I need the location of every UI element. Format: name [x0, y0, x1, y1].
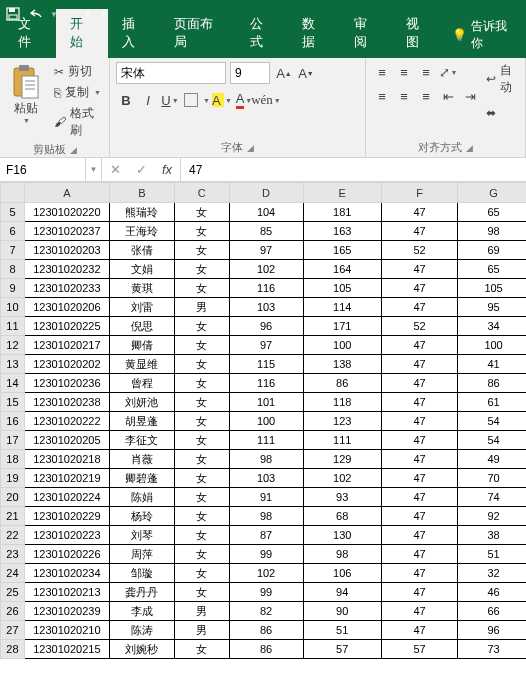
- row-header[interactable]: 8: [1, 260, 25, 279]
- cell[interactable]: 女: [175, 431, 229, 450]
- cell[interactable]: 138: [303, 355, 381, 374]
- row-header[interactable]: 9: [1, 279, 25, 298]
- cell[interactable]: 82: [229, 602, 303, 621]
- cell[interactable]: 41: [458, 355, 526, 374]
- cell[interactable]: 12301020229: [24, 507, 109, 526]
- tell-me-search[interactable]: 💡 告诉我你: [444, 12, 522, 58]
- cell[interactable]: 70: [458, 469, 526, 488]
- cell[interactable]: 118: [303, 393, 381, 412]
- cell[interactable]: 52: [381, 317, 457, 336]
- cell[interactable]: 103: [229, 469, 303, 488]
- cell[interactable]: 163: [303, 222, 381, 241]
- cell[interactable]: 115: [229, 355, 303, 374]
- cell[interactable]: 57: [303, 640, 381, 659]
- cell[interactable]: 张倩: [109, 241, 174, 260]
- select-all-corner[interactable]: [1, 183, 25, 203]
- cell[interactable]: 龚丹丹: [109, 583, 174, 602]
- cell[interactable]: 74: [458, 488, 526, 507]
- dropdown-icon[interactable]: ▼: [84, 10, 92, 19]
- align-top-button[interactable]: ≡: [372, 62, 392, 82]
- cell[interactable]: 130: [303, 526, 381, 545]
- row-header[interactable]: 16: [1, 412, 25, 431]
- cell[interactable]: 12301020226: [24, 545, 109, 564]
- cell[interactable]: 12301020205: [24, 431, 109, 450]
- tab-formulas[interactable]: 公式: [236, 9, 288, 58]
- row-header[interactable]: 21: [1, 507, 25, 526]
- cell[interactable]: 刘妍池: [109, 393, 174, 412]
- row-header[interactable]: 6: [1, 222, 25, 241]
- phonetic-button[interactable]: wén▼: [256, 90, 276, 110]
- cell[interactable]: 47: [381, 621, 457, 640]
- cell[interactable]: 102: [303, 469, 381, 488]
- cell[interactable]: 47: [381, 260, 457, 279]
- align-bottom-button[interactable]: ≡: [416, 62, 436, 82]
- cell[interactable]: 47: [381, 583, 457, 602]
- cell[interactable]: 47: [381, 450, 457, 469]
- cell[interactable]: 111: [303, 431, 381, 450]
- cell[interactable]: 49: [458, 450, 526, 469]
- col-header-c[interactable]: C: [175, 183, 229, 203]
- cell[interactable]: 105: [303, 279, 381, 298]
- cell[interactable]: 男: [175, 621, 229, 640]
- cell[interactable]: 57: [381, 640, 457, 659]
- row-header[interactable]: 25: [1, 583, 25, 602]
- tab-review[interactable]: 审阅: [340, 9, 392, 58]
- cell[interactable]: 47: [381, 298, 457, 317]
- cell[interactable]: 刘雷: [109, 298, 174, 317]
- cell[interactable]: 104: [229, 203, 303, 222]
- cell[interactable]: 66: [458, 602, 526, 621]
- cell[interactable]: 87: [229, 526, 303, 545]
- cell[interactable]: 12301020206: [24, 298, 109, 317]
- merge-button[interactable]: ⬌: [486, 106, 519, 120]
- cell[interactable]: 171: [303, 317, 381, 336]
- cell[interactable]: 王海玲: [109, 222, 174, 241]
- cell[interactable]: 106: [303, 564, 381, 583]
- cell[interactable]: 96: [458, 621, 526, 640]
- cell[interactable]: 102: [229, 260, 303, 279]
- cell[interactable]: 101: [229, 393, 303, 412]
- cell[interactable]: 47: [381, 336, 457, 355]
- underline-button[interactable]: U▼: [160, 90, 180, 110]
- cell[interactable]: 47: [381, 412, 457, 431]
- cell[interactable]: 卿碧蓬: [109, 469, 174, 488]
- row-header[interactable]: 13: [1, 355, 25, 374]
- cell[interactable]: 女: [175, 640, 229, 659]
- cell[interactable]: 12301020225: [24, 317, 109, 336]
- cell[interactable]: 165: [303, 241, 381, 260]
- cell[interactable]: 卿倩: [109, 336, 174, 355]
- cell[interactable]: 68: [303, 507, 381, 526]
- cell[interactable]: 男: [175, 602, 229, 621]
- row-header[interactable]: 7: [1, 241, 25, 260]
- bold-button[interactable]: B: [116, 90, 136, 110]
- indent-dec-button[interactable]: ⇤: [438, 86, 458, 106]
- cell[interactable]: 65: [458, 260, 526, 279]
- cell[interactable]: 47: [381, 374, 457, 393]
- cell[interactable]: 100: [458, 336, 526, 355]
- cell[interactable]: 女: [175, 583, 229, 602]
- cell[interactable]: 47: [381, 602, 457, 621]
- cell[interactable]: 103: [229, 298, 303, 317]
- col-header-d[interactable]: D: [229, 183, 303, 203]
- cell[interactable]: 97: [229, 241, 303, 260]
- cell[interactable]: 12301020218: [24, 450, 109, 469]
- name-box-dropdown[interactable]: ▼: [86, 158, 102, 181]
- row-header[interactable]: 15: [1, 393, 25, 412]
- cell[interactable]: 12301020220: [24, 203, 109, 222]
- cell[interactable]: 86: [229, 640, 303, 659]
- cell[interactable]: 曾程: [109, 374, 174, 393]
- cell[interactable]: 12301020210: [24, 621, 109, 640]
- cell[interactable]: 85: [229, 222, 303, 241]
- cell[interactable]: 李成: [109, 602, 174, 621]
- cell[interactable]: 102: [229, 564, 303, 583]
- cell[interactable]: 12301020239: [24, 602, 109, 621]
- row-header[interactable]: 12: [1, 336, 25, 355]
- row-header[interactable]: 19: [1, 469, 25, 488]
- row-header[interactable]: 26: [1, 602, 25, 621]
- cancel-formula-button[interactable]: ✕: [102, 162, 128, 177]
- cell[interactable]: 12301020236: [24, 374, 109, 393]
- format-painter-button[interactable]: 🖌格式刷: [52, 104, 103, 140]
- cell[interactable]: 47: [381, 355, 457, 374]
- cell[interactable]: 女: [175, 317, 229, 336]
- font-launcher[interactable]: ◢: [247, 143, 254, 153]
- cell[interactable]: 女: [175, 488, 229, 507]
